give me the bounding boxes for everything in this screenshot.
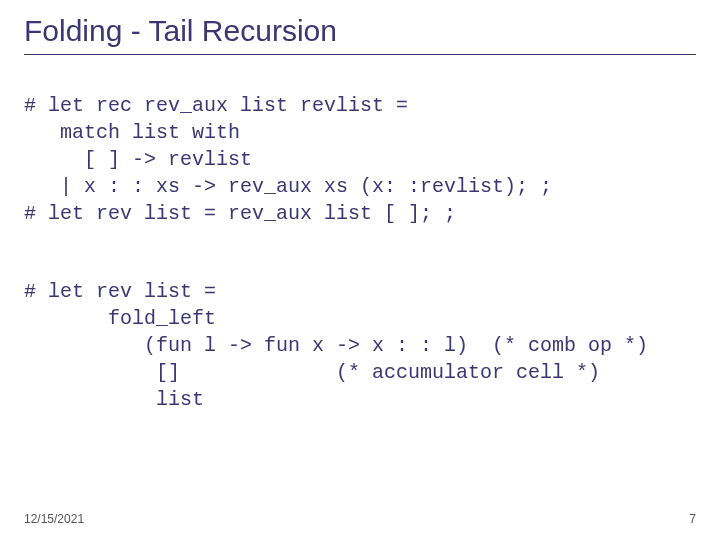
slide-title: Folding - Tail Recursion: [24, 14, 696, 55]
code-block-definition: # let rec rev_aux list revlist = match l…: [24, 92, 552, 227]
footer-page-number: 7: [689, 512, 696, 526]
slide: Folding - Tail Recursion # let rec rev_a…: [0, 0, 720, 540]
code-block-fold: # let rev list = fold_left (fun l -> fun…: [24, 278, 648, 413]
footer-date: 12/15/2021: [24, 512, 84, 526]
